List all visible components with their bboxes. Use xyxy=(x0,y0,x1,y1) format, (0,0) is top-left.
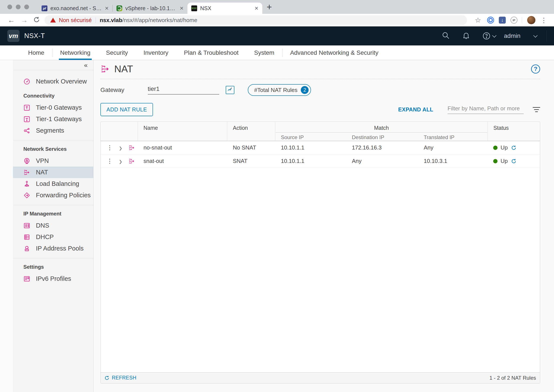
tab-plan-troubleshoot[interactable]: Plan & Troubleshoot xyxy=(176,45,246,60)
help-menu[interactable] xyxy=(482,32,495,40)
total-nat-rules-pill[interactable]: #Total NAT Rules 2 xyxy=(248,84,311,96)
sidebar-item-tier1-gateways[interactable]: Tier-1 Gateways xyxy=(13,113,93,125)
cell-name[interactable]: no-snat-out xyxy=(138,144,227,151)
table-header: Name Action Match Source IP Destination … xyxy=(101,122,540,141)
row-expand-chevron-icon[interactable]: › xyxy=(119,143,122,153)
close-tab-icon[interactable]: × xyxy=(254,5,258,12)
sidebar-item-load-balancing[interactable]: Load Balancing xyxy=(13,178,93,189)
browser-tab-nsx-active[interactable]: NSX NSX × xyxy=(187,3,262,14)
tab-advanced-networking[interactable]: Advanced Networking & Security xyxy=(282,45,386,60)
ip-lookup-extension-icon[interactable]: IP xyxy=(511,17,517,24)
gateway-select[interactable] xyxy=(148,85,219,95)
zoom-window-button[interactable] xyxy=(24,5,29,9)
filter-icon[interactable] xyxy=(533,107,540,112)
sidebar-item-nat[interactable]: NAT xyxy=(13,167,93,178)
add-nat-rule-button[interactable]: ADD NAT RULE xyxy=(100,103,153,116)
cell-status: Up xyxy=(488,158,540,164)
table-row[interactable]: ⋮ › no-snat-out No SNAT 10.10.1.1 172.16… xyxy=(101,141,540,154)
segments-icon xyxy=(23,127,30,134)
refresh-status-icon[interactable] xyxy=(511,145,517,151)
filter-input[interactable] xyxy=(448,105,524,112)
page-help-icon[interactable]: ? xyxy=(531,64,540,74)
browser-tab-vsphere[interactable]: vSphere - lab-10.10.1.1 - Summar × xyxy=(112,3,187,14)
cell-source-ip: 10.10.1.1 xyxy=(275,144,346,151)
column-header-action[interactable]: Action xyxy=(227,122,275,141)
user-menu[interactable]: admin xyxy=(504,32,536,39)
browser-tab-exo[interactable]: pf exo.naoned.net - Status: Dashbo × xyxy=(38,3,112,14)
expand-all-link[interactable]: EXPAND ALL xyxy=(398,106,433,113)
sidebar-item-segments[interactable]: Segments xyxy=(13,125,93,136)
refresh-table-link[interactable]: REFRESH xyxy=(104,375,136,381)
ipv6-profiles-icon xyxy=(23,275,30,282)
row-menu-icon[interactable]: ⋮ xyxy=(107,146,113,149)
sidebar-item-dhcp[interactable]: DHCP xyxy=(13,231,93,243)
product-title: NSX-T xyxy=(24,32,45,40)
line-chart-icon xyxy=(227,87,233,93)
browser-menu-icon[interactable]: ⋮ xyxy=(540,16,547,24)
toolbar-divider xyxy=(522,17,522,23)
download-extension-icon[interactable]: ↓ xyxy=(499,17,506,24)
gateway-stats-icon[interactable] xyxy=(226,86,234,94)
tab-security[interactable]: Security xyxy=(98,45,136,60)
not-secure-label[interactable]: Non sécurisé xyxy=(59,17,92,24)
url-field[interactable]: Non sécurisé nsx.vlab /nsx/#/app/network… xyxy=(45,15,467,25)
user-name: admin xyxy=(504,32,520,39)
sidebar-item-dns[interactable]: DNS xyxy=(13,220,93,231)
security-warning-icon xyxy=(50,18,56,22)
tab-home[interactable]: Home xyxy=(20,45,52,60)
close-tab-icon[interactable]: × xyxy=(105,5,109,12)
dns-icon xyxy=(23,222,30,229)
notifications-bell-icon[interactable] xyxy=(462,31,470,41)
tab-networking[interactable]: Networking xyxy=(52,45,98,60)
refresh-status-icon[interactable] xyxy=(511,158,517,164)
vsphere-favicon xyxy=(116,5,122,11)
browser-address-bar: ← → Non sécurisé nsx.vlab /nsx/#/app/net… xyxy=(0,14,554,26)
minimize-window-button[interactable] xyxy=(16,5,21,9)
macos-window-controls[interactable] xyxy=(7,5,29,9)
row-menu-icon[interactable]: ⋮ xyxy=(107,160,113,163)
ip-pools-icon xyxy=(23,245,30,252)
sidebar-item-network-overview[interactable]: Network Overview xyxy=(13,76,93,87)
header-divider xyxy=(547,30,547,42)
sidebar-item-vpn[interactable]: VPN xyxy=(13,155,93,167)
gateway-input[interactable] xyxy=(148,85,226,92)
nat-rules-table: Name Action Match Source IP Destination … xyxy=(100,122,540,383)
refresh-label: REFRESH xyxy=(112,375,136,381)
new-tab-button[interactable]: + xyxy=(266,3,272,12)
sidebar: « Network Overview Connectivity Tier-0 G… xyxy=(13,60,93,392)
reload-icon[interactable] xyxy=(31,16,42,24)
sidebar-item-label: VPN xyxy=(36,157,49,164)
controls-column-header xyxy=(101,122,138,141)
sidebar-item-ipv6-profiles[interactable]: IPv6 Profiles xyxy=(13,273,93,285)
vmware-logo: vm xyxy=(7,30,20,42)
sidebar-item-label: Tier-0 Gateways xyxy=(36,104,82,111)
column-header-status[interactable]: Status xyxy=(488,122,540,141)
column-header-name[interactable]: Name xyxy=(138,122,227,141)
sidebar-item-forwarding-policies[interactable]: Forwarding Policies xyxy=(13,189,93,201)
row-expand-chevron-icon[interactable]: › xyxy=(119,156,122,166)
onepassword-extension-icon[interactable] xyxy=(487,17,494,24)
cell-destination-ip: Any xyxy=(346,158,418,164)
collapse-sidebar-icon[interactable]: « xyxy=(84,62,88,69)
column-header-translated-ip[interactable]: Translated IP xyxy=(418,133,488,141)
nat-icon xyxy=(100,64,110,74)
tab-inventory[interactable]: Inventory xyxy=(136,45,176,60)
column-header-source-ip[interactable]: Source IP xyxy=(275,133,346,141)
sidebar-item-tier0-gateways[interactable]: Tier-0 Gateways xyxy=(13,102,93,113)
forward-icon[interactable]: → xyxy=(21,16,28,24)
cell-name[interactable]: snat-out xyxy=(138,158,227,164)
close-window-button[interactable] xyxy=(7,5,12,9)
tab-system[interactable]: System xyxy=(246,45,282,60)
left-gutter xyxy=(0,60,13,392)
bookmark-star-icon[interactable]: ☆ xyxy=(475,16,481,24)
close-tab-icon[interactable]: × xyxy=(180,5,183,12)
back-icon[interactable]: ← xyxy=(8,16,15,24)
search-icon[interactable] xyxy=(442,31,450,41)
column-header-destination-ip[interactable]: Destination IP xyxy=(346,133,418,141)
page-title-row: NAT ? xyxy=(100,63,554,75)
filter-field[interactable] xyxy=(448,105,524,114)
sidebar-section-ip-management: IP Management xyxy=(13,205,93,220)
browser-profile-avatar[interactable] xyxy=(527,16,535,24)
table-row[interactable]: ⋮ › snat-out SNAT 10.10.1.1 Any 10.10.3.… xyxy=(101,154,540,168)
sidebar-item-ip-address-pools[interactable]: IP Address Pools xyxy=(13,243,93,254)
